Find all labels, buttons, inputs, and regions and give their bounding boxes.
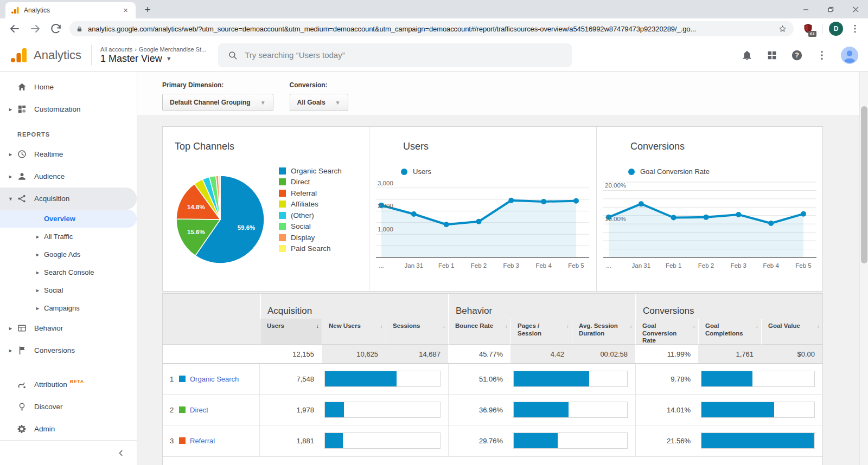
window-restore-button[interactable] xyxy=(818,0,843,18)
view-name[interactable]: 1 Master View xyxy=(100,53,162,64)
column-header-users[interactable]: Users↓ xyxy=(260,319,322,345)
legend-item-paid-search[interactable]: Paid Search xyxy=(279,243,342,255)
url-text[interactable]: analytics.google.com/analytics/web/?utm_… xyxy=(88,25,778,33)
data-point-jan-31[interactable] xyxy=(411,211,417,217)
data-point-feb-4[interactable] xyxy=(541,199,546,204)
caret-right-icon[interactable]: ► xyxy=(35,270,40,275)
sort-arrow-icon[interactable]: ↓ xyxy=(817,322,820,330)
refresh-button[interactable] xyxy=(49,22,62,35)
browser-menu-icon[interactable] xyxy=(850,23,860,34)
column-header-goal-completions[interactable]: Goal Completions↓ xyxy=(698,319,761,345)
view-selector[interactable]: 1 Master View ▼ xyxy=(100,53,206,64)
sidebar-item-conversions[interactable]: ►Conversions xyxy=(0,339,137,361)
sort-arrow-icon[interactable]: ↓ xyxy=(443,322,446,330)
column-header-bounce-rate[interactable]: Bounce Rate↓ xyxy=(448,319,510,345)
data-point-feb-2[interactable] xyxy=(476,219,482,224)
caret-right-icon[interactable]: ► xyxy=(8,174,13,179)
sidebar-item-home[interactable]: Home xyxy=(0,76,137,98)
back-button[interactable] xyxy=(8,22,21,35)
caret-down-icon[interactable]: ▼ xyxy=(8,196,13,202)
sidebar-item-attribution[interactable]: AttributionBETA xyxy=(0,373,137,396)
tab-close-icon[interactable]: × xyxy=(121,6,130,15)
channel-link[interactable]: Organic Search xyxy=(190,375,239,383)
caret-right-icon[interactable]: ► xyxy=(8,107,13,112)
conversion-dropdown[interactable]: All Goals ▼ xyxy=(290,94,348,111)
sidebar-item-discover[interactable]: Discover xyxy=(0,396,137,418)
window-close-button[interactable] xyxy=(843,0,868,18)
caret-right-icon[interactable]: ► xyxy=(8,326,13,331)
column-header-pages-session[interactable]: Pages / Session↓ xyxy=(510,319,572,345)
data-point-feb-1[interactable] xyxy=(671,215,676,220)
data-point-feb-1[interactable] xyxy=(444,222,449,227)
sidebar-item-admin[interactable]: Admin xyxy=(0,418,137,440)
column-header-new-users[interactable]: New Users↓ xyxy=(322,319,386,345)
header-menu-icon[interactable] xyxy=(816,49,828,61)
legend-item-affiliates[interactable]: Affiliates xyxy=(279,199,342,210)
sidebar-item-social[interactable]: ►Social xyxy=(0,281,137,299)
data-point-feb-5[interactable] xyxy=(573,198,579,204)
legend-item-organic-search[interactable]: Organic Search xyxy=(279,165,342,177)
search-input[interactable] xyxy=(245,50,562,60)
breadcrumb[interactable]: All accounts›Google Merchandise St... xyxy=(100,46,206,53)
primary-dimension-dropdown[interactable]: Default Channel Grouping ▼ xyxy=(162,94,273,111)
sort-arrow-icon[interactable]: ↓ xyxy=(756,322,759,330)
sidebar-item-campaigns[interactable]: ►Campaigns xyxy=(0,299,137,317)
page-scrollbar[interactable] xyxy=(859,72,868,465)
notifications-bell-icon[interactable] xyxy=(741,49,753,61)
browser-tab[interactable]: Analytics × xyxy=(5,2,136,18)
data-point-feb-2[interactable] xyxy=(704,215,709,220)
sidebar-item-audience[interactable]: ►Audience xyxy=(0,165,137,188)
legend-item-display[interactable]: Display xyxy=(279,232,342,243)
help-icon[interactable]: ? xyxy=(791,49,803,61)
caret-right-icon[interactable]: ► xyxy=(8,348,13,353)
sort-arrow-icon[interactable]: ↓ xyxy=(566,322,570,330)
url-bar[interactable]: analytics.google.com/analytics/web/?utm_… xyxy=(69,21,794,36)
caret-right-icon[interactable]: ► xyxy=(35,306,40,311)
column-header-avg-session-duration[interactable]: Avg. Session Duration↓ xyxy=(572,319,635,345)
analytics-logo[interactable] xyxy=(10,46,28,64)
forward-button[interactable] xyxy=(29,22,42,35)
breadcrumb-property[interactable]: Google Merchandise St... xyxy=(139,46,206,53)
channel-link[interactable]: Referral xyxy=(190,437,215,445)
column-header-sessions[interactable]: Sessions↓ xyxy=(386,319,448,345)
sort-arrow-icon[interactable]: ↓ xyxy=(505,322,508,330)
sort-arrow-icon[interactable]: ↓ xyxy=(693,322,696,330)
data-point-feb-4[interactable] xyxy=(768,221,774,226)
sidebar-item-overview[interactable]: Overview xyxy=(0,210,137,228)
extension-button[interactable]: 61 xyxy=(801,22,814,35)
data-point-feb-3[interactable] xyxy=(508,198,514,203)
sidebar-item-search-console[interactable]: ►Search Console xyxy=(0,263,137,281)
caret-right-icon[interactable]: ► xyxy=(35,252,40,257)
sidebar-item-customization[interactable]: ►Customization xyxy=(0,98,137,120)
sidebar-item-all-traffic[interactable]: ►All Traffic xyxy=(0,228,137,246)
search-box[interactable] xyxy=(218,43,572,67)
sort-arrow-icon[interactable]: ↓ xyxy=(630,322,633,330)
data-point-feb-3[interactable] xyxy=(736,212,741,217)
sidebar-item-acquisition[interactable]: ▼Acquisition xyxy=(0,188,137,210)
legend-item-other[interactable]: (Other) xyxy=(279,210,342,221)
sidebar-item-google-ads[interactable]: ►Google Ads xyxy=(0,246,137,263)
caret-right-icon[interactable]: ► xyxy=(8,152,13,157)
column-header-goal-conversion-rate[interactable]: Goal Conversion Rate↓ xyxy=(635,319,698,345)
data-point-jan-31[interactable] xyxy=(639,201,644,206)
sidebar-item-realtime[interactable]: ►Realtime xyxy=(0,143,137,165)
scrollbar-thumb[interactable] xyxy=(861,106,867,263)
legend-item-direct[interactable]: Direct xyxy=(279,177,342,188)
sidebar-item-behavior[interactable]: ►Behavior xyxy=(0,317,137,339)
new-tab-button[interactable]: + xyxy=(140,3,155,18)
caret-right-icon[interactable]: ► xyxy=(35,288,40,293)
breadcrumb-all-accounts[interactable]: All accounts xyxy=(100,46,132,53)
channel-link[interactable]: Direct xyxy=(190,406,208,414)
sidebar-collapse-button[interactable] xyxy=(0,440,137,465)
column-header-goal-value[interactable]: Goal Value↓ xyxy=(761,319,822,345)
legend-item-social[interactable]: Social xyxy=(279,221,342,232)
legend-item-referral[interactable]: Referral xyxy=(279,188,342,199)
caret-right-icon[interactable]: ► xyxy=(35,234,40,240)
bookmark-star-icon[interactable] xyxy=(778,24,787,34)
window-minimize-button[interactable] xyxy=(793,0,818,18)
apps-grid-icon[interactable] xyxy=(766,49,778,61)
sort-arrow-icon[interactable]: ↓ xyxy=(316,322,320,330)
sort-arrow-icon[interactable]: ↓ xyxy=(380,322,384,330)
user-avatar[interactable] xyxy=(841,47,858,64)
data-point-feb-5[interactable] xyxy=(801,211,806,217)
